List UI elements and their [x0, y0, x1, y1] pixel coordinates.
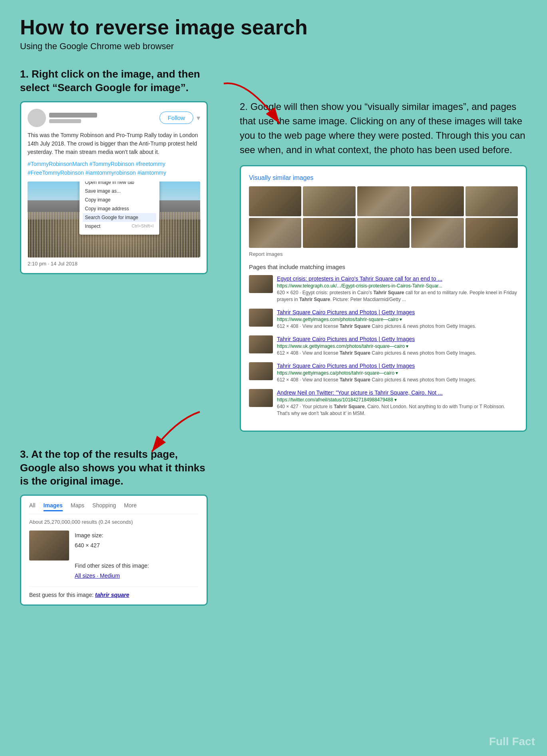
image-grid-row-1: [249, 186, 518, 216]
result-thumbnail: [249, 275, 273, 293]
pages-title: Pages that include matching images: [249, 263, 518, 270]
tweet-name-block: [49, 113, 97, 123]
page-title: How to reverse image search: [20, 16, 527, 39]
tweet-name-blur: [49, 113, 97, 118]
result-desc: 612 × 408 · View and license Tahrir Squa…: [277, 350, 476, 357]
result-thumbnail: [249, 309, 273, 327]
tweet-handle-blur: [49, 119, 81, 123]
arrow-2: [120, 404, 220, 464]
result-url: https://www.telegraph.co.uk/.../Egypt-cr…: [277, 283, 518, 289]
context-menu-item[interactable]: Save image as...: [85, 187, 154, 195]
tweet-timestamp: 2:10 pm · 14 Jul 2018: [28, 261, 200, 267]
tweet-hashtags: #TommyRobinsonMarch #TommyRobinson #free…: [28, 160, 200, 178]
search-result-1: Egypt crisis: protesters in Cairo's Tahr…: [249, 275, 518, 303]
best-guess: Best guess for this image: tahrir square: [29, 586, 199, 598]
google-search-card: All Images Maps Shopping More About 25,2…: [20, 495, 208, 606]
result-url: https://twitter.com/afneil/status/101842…: [277, 397, 518, 403]
similar-image-thumb[interactable]: [411, 218, 463, 248]
image-size-text: Image size:: [75, 532, 103, 539]
tweet-avatar-area: [28, 109, 97, 127]
image-grid-row-2: [249, 218, 518, 248]
chevron-down-icon: ▾: [197, 114, 200, 122]
google-results-card: Visually similar images Report images Pa…: [240, 165, 527, 432]
tab-all[interactable]: All: [29, 502, 36, 511]
step1-label: 1. Right click on the image, and then se…: [20, 68, 208, 95]
similar-image-thumb[interactable]: [249, 186, 301, 216]
result-desc: 612 × 408 · View and license Tahrir Squa…: [277, 377, 476, 383]
best-guess-link[interactable]: tahrir square: [95, 592, 129, 598]
google-tabs: All Images Maps Shopping More: [29, 502, 199, 514]
result-title[interactable]: Tahrir Square Cairo Pictures and Photos …: [277, 362, 476, 369]
image-result-block: Image size: 640 × 427 Find other sizes o…: [29, 531, 199, 581]
tweet-text: This was the Tommy Robinson and Pro-Trum…: [28, 131, 200, 156]
search-result-5: Andrew Neil on Twitter: "Your picture is…: [249, 389, 518, 417]
find-other-sizes: Find other sizes of this image: All size…: [75, 561, 149, 581]
results-count: About 25,270,000,000 results (0.24 secon…: [29, 519, 199, 525]
result-url: https://www.gettyimages.ca/photos/tahrir…: [277, 370, 476, 376]
result-url: https://www.gettyimages.com/photos/tahri…: [277, 317, 476, 322]
result-title[interactable]: Andrew Neil on Twitter: "Your picture is…: [277, 389, 518, 396]
search-google-for-image-item[interactable]: Search Google for image: [83, 213, 156, 222]
arrow-1: [216, 76, 304, 140]
context-menu-item[interactable]: Inspect Ctrl+Shift+I: [85, 222, 154, 231]
result-desc: 620 × 620 · Egypt crisis: protesters in …: [277, 289, 518, 303]
result-url: https://www.uk.gettyimages.com/photos/ta…: [277, 343, 476, 349]
image-size-value: 640 × 427: [75, 542, 100, 549]
follow-button[interactable]: Follow: [159, 112, 193, 124]
result-content: Andrew Neil on Twitter: "Your picture is…: [277, 389, 518, 417]
similar-image-thumb[interactable]: [303, 186, 355, 216]
watermark: Full Fact: [489, 735, 535, 748]
tweet-card: Follow ▾ This was the Tommy Robinson and…: [20, 101, 208, 274]
result-desc: 640 × 427 · Your picture is Tahrir Squar…: [277, 403, 518, 417]
similar-image-thumb[interactable]: [303, 218, 355, 248]
visually-similar-title: Visually similar images: [249, 174, 518, 182]
context-menu-item[interactable]: Open image in new tab: [85, 182, 154, 187]
image-info: Image size: 640 × 427 Find other sizes o…: [75, 531, 149, 581]
context-menu-item[interactable]: Copy image address: [85, 204, 154, 213]
result-title[interactable]: Egypt crisis: protesters in Cairo's Tahr…: [277, 275, 518, 282]
similar-image-thumb[interactable]: [411, 186, 463, 216]
find-sizes-label: Find other sizes of this image:: [75, 563, 149, 569]
image-size-label: Image size: 640 × 427: [75, 531, 149, 551]
context-menu-item[interactable]: Copy image: [85, 195, 154, 204]
similar-image-thumb[interactable]: [357, 218, 410, 248]
tab-shopping[interactable]: Shopping: [92, 502, 116, 511]
result-content: Tahrir Square Cairo Pictures and Photos …: [277, 362, 476, 383]
best-guess-prefix: Best guess for this image:: [29, 592, 93, 598]
tab-maps[interactable]: Maps: [71, 502, 84, 511]
report-images-label[interactable]: Report images: [249, 251, 518, 257]
shortcut-label: Ctrl+Shift+I: [132, 223, 154, 228]
bottom-right-spacer: [224, 448, 527, 606]
search-result-4: Tahrir Square Cairo Pictures and Photos …: [249, 362, 518, 383]
page-subtitle: Using the Google Chrome web browser: [20, 41, 527, 52]
avatar: [28, 109, 46, 127]
result-thumbnail: [249, 389, 273, 407]
tweet-image: Open image in new tab Save image as... C…: [28, 182, 200, 257]
result-desc: 612 × 408 · View and license Tahrir Squa…: [277, 323, 476, 330]
similar-image-thumb[interactable]: [249, 218, 301, 248]
follow-label: Follow: [168, 114, 185, 121]
search-result-3: Tahrir Square Cairo Pictures and Photos …: [249, 335, 518, 357]
result-content: Egypt crisis: protesters in Cairo's Tahr…: [277, 275, 518, 303]
similar-image-thumb[interactable]: [465, 186, 518, 216]
all-sizes-link[interactable]: All sizes · Medium: [75, 572, 120, 579]
result-thumbnail: [249, 335, 273, 353]
tab-more[interactable]: More: [124, 502, 137, 511]
original-image-thumbnail: [29, 531, 69, 561]
tweet-header: Follow ▾: [28, 109, 200, 127]
search-result-2: Tahrir Square Cairo Pictures and Photos …: [249, 309, 518, 330]
result-content: Tahrir Square Cairo Pictures and Photos …: [277, 335, 476, 357]
similar-image-thumb[interactable]: [465, 218, 518, 248]
result-thumbnail: [249, 362, 273, 380]
tab-images[interactable]: Images: [44, 502, 63, 511]
context-menu: Open image in new tab Save image as... C…: [80, 182, 159, 235]
result-title[interactable]: Tahrir Square Cairo Pictures and Photos …: [277, 309, 476, 316]
result-content: Tahrir Square Cairo Pictures and Photos …: [277, 309, 476, 330]
similar-image-thumb[interactable]: [357, 186, 410, 216]
result-title[interactable]: Tahrir Square Cairo Pictures and Photos …: [277, 335, 476, 343]
